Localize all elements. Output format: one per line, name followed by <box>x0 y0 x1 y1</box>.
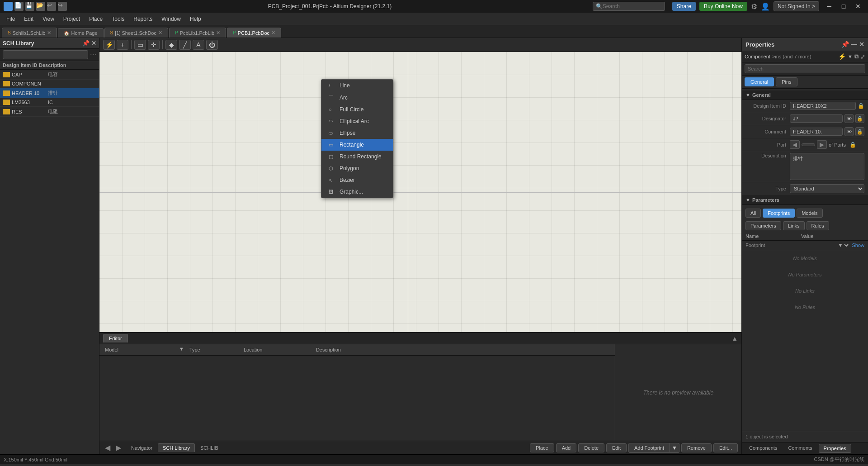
menu-tools[interactable]: Tools <box>107 14 129 24</box>
part-value[interactable] <box>802 143 815 146</box>
list-item[interactable]: COMPONEN <box>0 80 99 88</box>
type-select[interactable]: Standard Mechanical Net Tie Power <box>790 184 864 193</box>
delete-button[interactable]: Delete <box>578 443 604 452</box>
list-item[interactable]: LM2663 IC <box>0 98 99 107</box>
sort-icon[interactable]: ▼ <box>179 346 184 353</box>
part-next-btn[interactable]: ▶ <box>817 140 827 149</box>
list-item[interactable]: RES 电阻 <box>0 107 99 117</box>
menu-arc[interactable]: ⌒ Arc <box>321 91 393 104</box>
line-tool-button[interactable]: ╱ <box>179 40 191 50</box>
editor-tab-main[interactable]: Editor <box>103 334 128 342</box>
menu-line[interactable]: / Line <box>321 80 393 91</box>
remove-button[interactable]: Remove <box>681 443 712 452</box>
comp-filter-more[interactable]: ⋯ <box>90 51 96 58</box>
btab-properties[interactable]: Properties <box>819 444 851 453</box>
add-tool-button[interactable]: + <box>117 40 128 50</box>
menu-round-rectangle[interactable]: ▢ Round Rectangle <box>321 151 393 162</box>
comp-search-input[interactable] <box>3 50 88 59</box>
parameters-section-header[interactable]: ▼ Parameters <box>742 195 868 205</box>
nav-tab-sch-library[interactable]: SCH Library <box>158 443 195 452</box>
buy-button[interactable]: Buy Online Now <box>699 2 747 11</box>
menu-bezier[interactable]: ∿ Bezier <box>321 174 393 186</box>
list-item[interactable]: HEADER 10 排针 <box>0 88 99 98</box>
tab-sheet1[interactable]: S [1] Sheet1.SchDoc ✕ <box>104 28 168 38</box>
menu-ellipse[interactable]: ⬭ Ellipse <box>321 127 393 139</box>
designator-lock-btn[interactable]: 🔒 <box>855 114 864 123</box>
move-tool-button[interactable]: ✛ <box>148 40 160 50</box>
tab-pcblib1[interactable]: P PcbLib1.PcbLib ✕ <box>169 28 226 38</box>
btab-comments[interactable]: Comments <box>783 444 816 453</box>
add-footprint-dropdown[interactable]: ▼ <box>670 443 679 453</box>
param-tab-all[interactable]: All <box>745 209 761 218</box>
tab-sheet1-close[interactable]: ✕ <box>158 30 162 36</box>
right-panel-pin[interactable]: 📌 <box>841 41 849 48</box>
general-section-header[interactable]: ▼ General <box>742 90 868 100</box>
nav-tab-schlib[interactable]: SCHLIB <box>196 444 223 452</box>
titlebar-search-input[interactable] <box>603 3 657 10</box>
tab-homepage[interactable]: 🏠 Home Page <box>58 28 103 38</box>
scroll-left-arrow[interactable]: ◀ <box>103 443 112 452</box>
tab-schlib1[interactable]: S Schlib1.SchLib ✕ <box>2 28 57 38</box>
menu-edit[interactable]: Edit <box>19 14 38 24</box>
menu-window[interactable]: Window <box>157 14 185 24</box>
minimize-button[interactable]: ─ <box>823 0 835 13</box>
left-panel-close[interactable]: ✕ <box>91 40 96 47</box>
param-subtab-links[interactable]: Links <box>783 221 805 230</box>
menu-full-circle[interactable]: ○ Full Circle <box>321 104 393 115</box>
comment-eye-btn[interactable]: 👁 <box>844 127 854 136</box>
menu-project[interactable]: Project <box>59 14 85 24</box>
filter-icon[interactable]: ⚡ <box>838 53 846 60</box>
menu-reports[interactable]: Reports <box>129 14 157 24</box>
list-item[interactable]: CAP 电容 <box>0 70 99 80</box>
right-subtab-pins[interactable]: Pins <box>776 77 797 86</box>
tab-pcblib1-close[interactable]: ✕ <box>216 30 220 36</box>
designator-value[interactable]: J? <box>790 114 843 123</box>
add-footprint-button[interactable]: Add Footprint <box>628 443 670 453</box>
designator-eye-btn[interactable]: 👁 <box>844 114 854 123</box>
comment-value[interactable]: HEADER 10. <box>790 128 843 136</box>
footprint-dropdown[interactable]: ▼ <box>836 242 850 248</box>
fill-tool-button[interactable]: ◆ <box>165 40 177 50</box>
right-subtab-general[interactable]: General <box>745 77 774 86</box>
titlebar-search[interactable]: 🔍 <box>593 2 665 11</box>
copy-icon[interactable]: ⧉ <box>854 53 859 60</box>
close-button[interactable]: ✕ <box>852 0 864 13</box>
left-panel-pin[interactable]: 📌 <box>82 40 90 47</box>
param-tab-footprints[interactable]: Footprints <box>763 209 795 218</box>
tab-schlib1-close[interactable]: ✕ <box>47 30 51 36</box>
edit2-button[interactable]: Edit... <box>713 443 738 452</box>
share-button[interactable]: Share <box>672 2 696 11</box>
menu-help[interactable]: Help <box>185 14 206 24</box>
filter-tool-button[interactable]: ⚡ <box>103 40 115 50</box>
right-panel-close[interactable]: ✕ <box>859 41 864 48</box>
tab-pcb1-close[interactable]: ✕ <box>271 30 275 36</box>
expand-icon[interactable]: ⤢ <box>860 53 865 60</box>
add-button[interactable]: Add <box>556 443 577 452</box>
maximize-button[interactable]: □ <box>837 0 850 13</box>
btab-components[interactable]: Components <box>745 444 782 453</box>
tab-pcb1[interactable]: P PCB1.PcbDoc ✕ <box>227 28 281 38</box>
param-subtab-parameters[interactable]: Parameters <box>745 221 781 230</box>
edit-button[interactable]: Edit <box>606 443 627 452</box>
menu-view[interactable]: View <box>38 14 59 24</box>
text-tool-button[interactable]: A <box>193 40 204 50</box>
user-icon[interactable]: 👤 <box>761 2 770 11</box>
drawing-canvas[interactable]: / Line ⌒ Arc ○ Full Circle ◠ Elliptical … <box>99 52 741 332</box>
settings-icon[interactable]: ⚙ <box>751 2 757 11</box>
editor-scroll-button[interactable]: ▲ <box>731 335 738 342</box>
rectangle-tool-button[interactable]: ▭ <box>134 40 146 50</box>
footprint-show[interactable]: Show <box>852 243 864 248</box>
description-textarea[interactable]: 排针 <box>790 153 864 180</box>
menu-file[interactable]: File <box>2 14 19 24</box>
place-button[interactable]: Place <box>530 443 554 452</box>
design-item-id-value[interactable]: HEADER 10X2 <box>790 102 856 110</box>
param-subtab-rules[interactable]: Rules <box>807 221 829 230</box>
filter-dropdown-icon[interactable]: ▼ <box>848 54 853 59</box>
menu-place[interactable]: Place <box>85 14 107 24</box>
menu-polygon[interactable]: ⬡ Polygon <box>321 162 393 174</box>
nav-tab-navigator[interactable]: Navigator <box>127 444 157 452</box>
menu-elliptical-arc[interactable]: ◠ Elliptical Arc <box>321 115 393 127</box>
part-prev-btn[interactable]: ◀ <box>790 140 800 149</box>
param-tab-models[interactable]: Models <box>797 209 822 218</box>
design-item-id-lock[interactable]: 🔒 <box>858 103 864 109</box>
